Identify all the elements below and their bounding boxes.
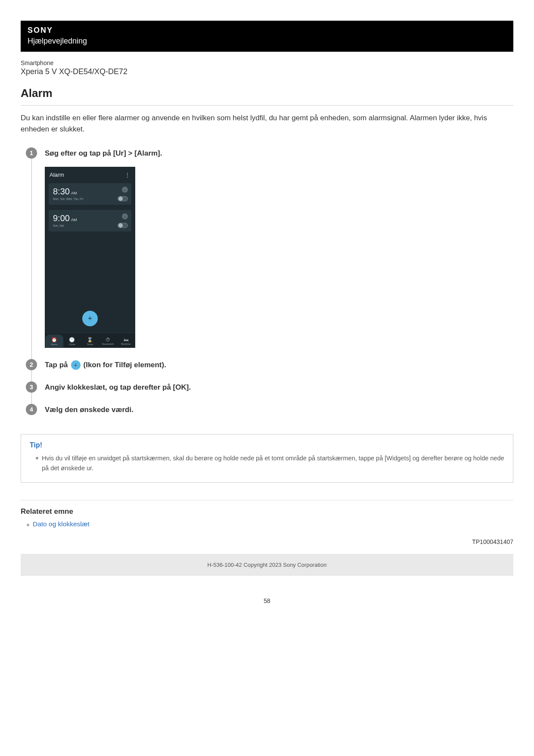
alarm-ampm: AM xyxy=(71,191,77,195)
step-number: 4 xyxy=(26,404,37,415)
step-instruction: Angiv klokkeslæt, og tap derefter på [OK… xyxy=(45,382,513,393)
alarm-days: Sun, Sat xyxy=(53,224,127,227)
step-instruction: Søg efter og tap på [Ur] > [Alarm]. xyxy=(45,148,513,159)
step-4: 4 Vælg den ønskede værdi. xyxy=(26,404,513,426)
alarm-ampm: AM xyxy=(71,218,77,222)
copyright-footer: H-536-100-42 Copyright 2023 Sony Corpora… xyxy=(21,554,513,576)
alarm-time: 9:00 xyxy=(53,213,70,223)
alarm-row: 8:30AM Mon, Tue, Wed, Thu, Fri ⌄ xyxy=(49,183,131,205)
step-connector xyxy=(31,391,32,406)
step-number: 2 xyxy=(26,359,37,370)
brand-logo: SONY xyxy=(28,26,506,35)
document-id: TP1000431407 xyxy=(21,538,513,545)
related-item: Dato og klokkeslæt xyxy=(27,520,513,528)
add-item-icon: + xyxy=(71,360,81,370)
clock-icon: 🕐 xyxy=(63,337,81,343)
product-category: Smartphone xyxy=(21,59,513,66)
alarm-app-screenshot: Alarm ⋮ 8:30AM Mon, Tue, Wed, Thu, Fri ⌄… xyxy=(45,167,135,348)
alarm-time: 8:30 xyxy=(53,187,70,196)
nav-timer: ⌛Timer xyxy=(81,334,99,347)
step-3: 3 Angiv klokkeslæt, og tap derefter på [… xyxy=(26,381,513,404)
alarm-toggle xyxy=(118,223,128,228)
page-title: Alarm xyxy=(21,87,513,100)
nav-alarm: ⏰Alarm xyxy=(45,334,63,347)
related-title: Relateret emne xyxy=(21,507,513,516)
alarm-icon: ⏰ xyxy=(45,337,63,343)
alarm-toggle xyxy=(118,196,128,201)
step-instruction: Tap på + (Ikon for Tilføj element). xyxy=(45,360,513,370)
intro-paragraph: Du kan indstille en eller flere alarmer … xyxy=(21,112,513,135)
steps-list: 1 Søg efter og tap på [Ur] > [Alarm]. Al… xyxy=(21,147,513,427)
nav-clock: 🕐Clock xyxy=(63,334,81,347)
nav-bedtime: 🛏Bedtime xyxy=(117,334,135,347)
step-instruction: Vælg den ønskede værdi. xyxy=(45,405,513,415)
add-alarm-fab: + xyxy=(82,311,98,326)
nav-stopwatch: ⏱Stopwatch xyxy=(99,334,117,347)
step-2: 2 Tap på + (Ikon for Tilføj element). xyxy=(26,359,513,381)
tip-item: Hvis du vil tilføje en urwidget på start… xyxy=(36,453,504,473)
alarm-screen-title: Alarm xyxy=(50,172,64,178)
product-model: Xperia 5 V XQ-DE54/XQ-DE72 xyxy=(21,67,513,76)
bottom-nav: ⏰Alarm 🕐Clock ⌛Timer ⏱Stopwatch 🛏Bedtime xyxy=(45,334,135,347)
alarm-row: 9:00AM Sun, Sat ⌄ xyxy=(49,210,131,231)
tip-box: Tip! Hvis du vil tilføje en urwidget på … xyxy=(21,434,513,483)
step-number: 1 xyxy=(26,147,37,159)
page-number: 58 xyxy=(21,597,513,604)
step-connector xyxy=(31,157,32,361)
help-guide-label: Hjælpevejledning xyxy=(28,37,506,46)
alarm-days: Mon, Tue, Wed, Thu, Fri xyxy=(53,197,127,200)
step-number: 3 xyxy=(26,381,37,393)
header-bar: SONY Hjælpevejledning xyxy=(21,21,513,52)
step-1: 1 Søg efter og tap på [Ur] > [Alarm]. Al… xyxy=(26,147,513,359)
tip-title: Tip! xyxy=(30,441,504,449)
step-connector xyxy=(31,369,32,383)
more-menu-icon: ⋮ xyxy=(124,172,130,178)
timer-icon: ⌛ xyxy=(81,337,99,343)
divider xyxy=(21,500,513,500)
bedtime-icon: 🛏 xyxy=(117,337,135,342)
divider xyxy=(21,105,513,106)
related-link[interactable]: Dato og klokkeslæt xyxy=(33,520,90,528)
stopwatch-icon: ⏱ xyxy=(99,337,117,342)
